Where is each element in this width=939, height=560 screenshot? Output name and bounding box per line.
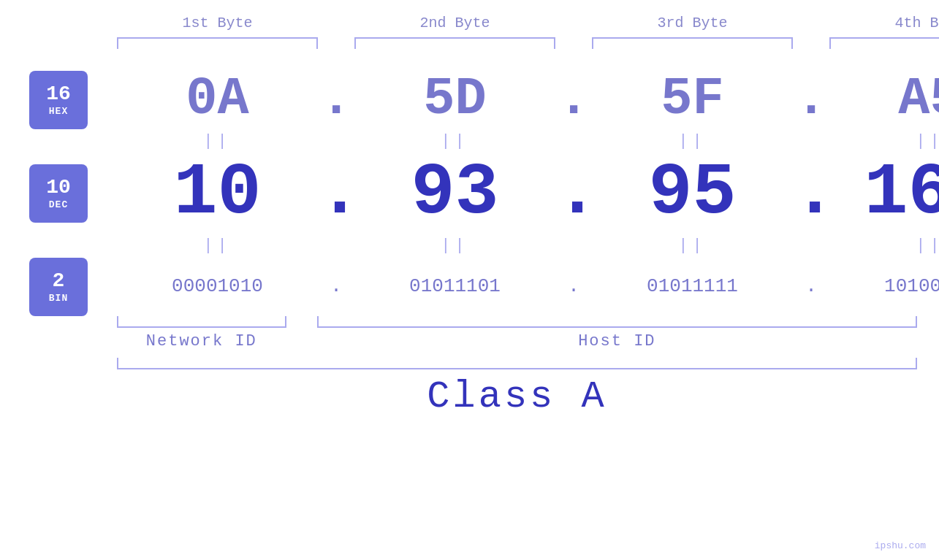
dot-dec-3: . bbox=[793, 153, 829, 234]
dec-val-3: 95 bbox=[648, 152, 736, 234]
dot-hex-2: . bbox=[555, 71, 592, 129]
dot-hex-3: . bbox=[793, 71, 829, 129]
byte-4-header: 4th Byte bbox=[829, 15, 939, 31]
eq-2-2: || bbox=[354, 237, 555, 255]
dec-badge-label: DEC bbox=[49, 199, 68, 210]
class-label: Class A bbox=[117, 375, 917, 418]
bin-badge: 2 BIN bbox=[29, 258, 88, 316]
eq-1-2: || bbox=[354, 132, 555, 150]
eq-1-4: || bbox=[829, 132, 939, 150]
hex-val-1: 0A bbox=[186, 69, 248, 129]
big-bracket-row bbox=[117, 358, 917, 369]
big-bracket bbox=[117, 358, 917, 369]
bottom-section: Network ID Host ID Class A bbox=[117, 316, 917, 418]
eq-1-1: || bbox=[117, 132, 318, 150]
dec-val-2: 93 bbox=[411, 152, 498, 234]
bin-val-1: 00001010 bbox=[172, 275, 263, 297]
eq-1-3: || bbox=[592, 132, 793, 150]
eq-row-2: || || || || bbox=[117, 237, 939, 255]
dec-val-4: 165 bbox=[864, 152, 939, 234]
hex-row: 16 HEX 0A . 5D . 5F . A5 bbox=[22, 71, 939, 129]
dot-hex-1: . bbox=[318, 71, 354, 129]
bracket-2 bbox=[354, 37, 555, 49]
host-id-label: Host ID bbox=[317, 332, 917, 350]
dot-bin-2: . bbox=[555, 275, 592, 298]
byte-1-header: 1st Byte bbox=[117, 15, 318, 31]
bin-val-4: 10100101 bbox=[884, 275, 939, 297]
dec-val-1: 10 bbox=[173, 152, 261, 234]
eq-2-3: || bbox=[592, 237, 793, 255]
hex-val-4: A5 bbox=[898, 69, 939, 129]
id-labels-row: Network ID Host ID bbox=[117, 332, 917, 350]
bottom-brackets-row bbox=[117, 316, 917, 328]
bracket-3 bbox=[592, 37, 793, 49]
bracket-4 bbox=[829, 37, 939, 49]
dot-bin-3: . bbox=[793, 275, 829, 298]
main-container: 1st Byte 2nd Byte 3rd Byte 4th Byte 16 H… bbox=[0, 0, 939, 560]
hex-badge-num: 16 bbox=[46, 83, 71, 106]
eq-2-1: || bbox=[117, 237, 318, 255]
byte-2-header: 2nd Byte bbox=[354, 15, 555, 31]
network-id-label: Network ID bbox=[117, 332, 286, 350]
hex-val-3: 5F bbox=[661, 69, 723, 129]
dec-badge-num: 10 bbox=[46, 177, 71, 199]
bin-badge-num: 2 bbox=[53, 270, 65, 293]
bin-row: 2 BIN 00001010 . 01011101 . 01011111 . 1… bbox=[22, 258, 939, 316]
bracket-1 bbox=[117, 37, 318, 49]
bin-val-2: 01011101 bbox=[409, 275, 501, 297]
byte-3-header: 3rd Byte bbox=[592, 15, 793, 31]
bin-badge-label: BIN bbox=[49, 293, 68, 304]
dot-dec-2: . bbox=[555, 153, 592, 234]
bin-val-3: 01011111 bbox=[647, 275, 738, 297]
dec-row: 10 DEC 10 . 93 . 95 . 165 bbox=[22, 153, 939, 234]
hex-badge-label: HEX bbox=[49, 106, 68, 117]
watermark: ipshu.com bbox=[875, 540, 926, 551]
network-bracket bbox=[117, 316, 286, 328]
eq-row-1: || || || || bbox=[117, 132, 939, 150]
hex-badge: 16 HEX bbox=[29, 71, 88, 129]
hex-val-2: 5D bbox=[423, 69, 486, 129]
header-row: 1st Byte 2nd Byte 3rd Byte 4th Byte bbox=[117, 15, 939, 31]
dot-dec-1: . bbox=[318, 153, 354, 234]
host-bracket bbox=[317, 316, 917, 328]
dec-badge: 10 DEC bbox=[29, 164, 88, 223]
eq-2-4: || bbox=[829, 237, 939, 255]
top-brackets bbox=[117, 37, 939, 49]
dot-bin-1: . bbox=[318, 275, 354, 298]
